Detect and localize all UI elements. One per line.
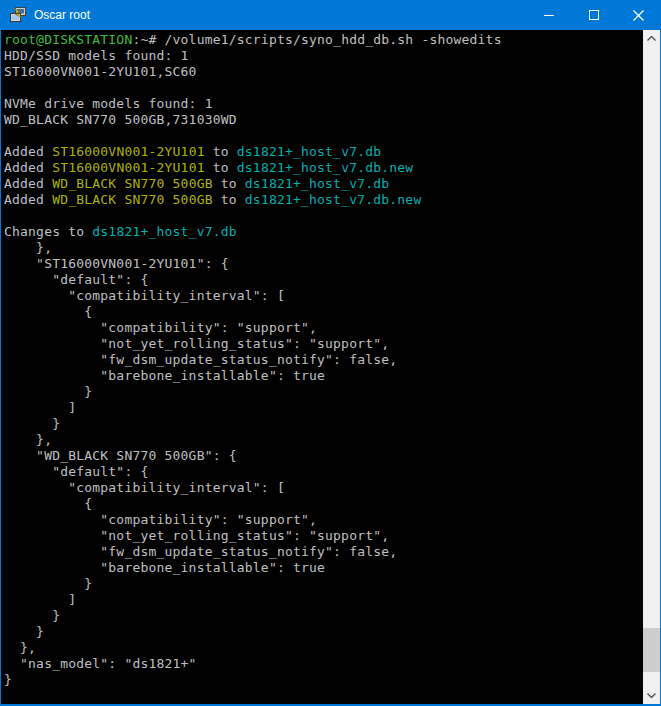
terminal-line: "barebone_installable": true (4, 560, 643, 576)
terminal-line: Added WD_BLACK SN770 500GB to ds1821+_ho… (4, 176, 643, 192)
terminal-line: "compatibility_interval": [ (4, 288, 643, 304)
terminal-line: } (4, 672, 643, 688)
maximize-icon (589, 10, 599, 20)
terminal-line: ] (4, 400, 643, 416)
putty-window: Oscar root root@DISKSTATION:~# /volume1/… (0, 0, 661, 706)
terminal-line: } (4, 624, 643, 640)
terminal-line (4, 80, 643, 96)
chevron-up-icon (647, 36, 656, 41)
terminal-line: "default": { (4, 464, 643, 480)
terminal-line: Added WD_BLACK SN770 500GB to ds1821+_ho… (4, 192, 643, 208)
terminal-line: }, (4, 640, 643, 656)
terminal-line: root@DISKSTATION:~# /volume1/scripts/syn… (4, 32, 643, 48)
terminal-line: Added ST16000VN001-2YU101 to ds1821+_hos… (4, 144, 643, 160)
terminal-line: Added ST16000VN001-2YU101 to ds1821+_hos… (4, 160, 643, 176)
terminal-line: "default": { (4, 272, 643, 288)
terminal-line: ST16000VN001-2YU101,SC60 (4, 64, 643, 80)
terminal-line: { (4, 496, 643, 512)
terminal-line: "fw_dsm_update_status_notify": false, (4, 352, 643, 368)
scrollbar-thumb[interactable] (643, 628, 660, 672)
terminal-line: "WD_BLACK SN770 500GB": { (4, 448, 643, 464)
terminal-line: Changes to ds1821+_host_v7.db (4, 224, 643, 240)
terminal-output[interactable]: root@DISKSTATION:~# /volume1/scripts/syn… (1, 30, 643, 704)
close-icon (633, 10, 644, 21)
scrollbar-track[interactable] (643, 47, 660, 687)
terminal-line: "barebone_installable": true (4, 368, 643, 384)
terminal-line (4, 208, 643, 224)
terminal-line: NVMe drive models found: 1 (4, 96, 643, 112)
terminal-line: WD_BLACK SN770 500GB,731030WD (4, 112, 643, 128)
putty-app-icon[interactable] (10, 7, 26, 23)
terminal-line: }, (4, 240, 643, 256)
minimize-button[interactable] (526, 0, 571, 30)
terminal-line: "compatibility": "support", (4, 320, 643, 336)
terminal-line: "not_yet_rolling_status": "support", (4, 336, 643, 352)
scrollbar[interactable] (643, 30, 660, 704)
terminal-line: "nas_model": "ds1821+" (4, 656, 643, 672)
terminal-line: HDD/SSD models found: 1 (4, 48, 643, 64)
chevron-down-icon (647, 693, 656, 698)
terminal-line: } (4, 384, 643, 400)
window-body: root@DISKSTATION:~# /volume1/scripts/syn… (0, 30, 661, 706)
putty-terminals-lightning-icon (10, 7, 26, 23)
terminal-line: "fw_dsm_update_status_notify": false, (4, 544, 643, 560)
window-controls (526, 0, 661, 30)
terminal-line: } (4, 576, 643, 592)
terminal-line: } (4, 608, 643, 624)
terminal-line: "compatibility": "support", (4, 512, 643, 528)
terminal-line (4, 128, 643, 144)
scrollbar-up-button[interactable] (643, 30, 660, 47)
terminal-line: ] (4, 592, 643, 608)
scrollbar-down-button[interactable] (643, 687, 660, 704)
terminal-line: } (4, 416, 643, 432)
minimize-icon (544, 15, 554, 16)
maximize-button[interactable] (571, 0, 616, 30)
titlebar[interactable]: Oscar root (0, 0, 661, 30)
terminal-line: "not_yet_rolling_status": "support", (4, 528, 643, 544)
terminal-line: }, (4, 432, 643, 448)
terminal-line: "compatibility_interval": [ (4, 480, 643, 496)
window-title: Oscar root (34, 8, 526, 22)
terminal-line: { (4, 304, 643, 320)
terminal-line: "ST16000VN001-2YU101": { (4, 256, 643, 272)
close-button[interactable] (616, 0, 661, 30)
